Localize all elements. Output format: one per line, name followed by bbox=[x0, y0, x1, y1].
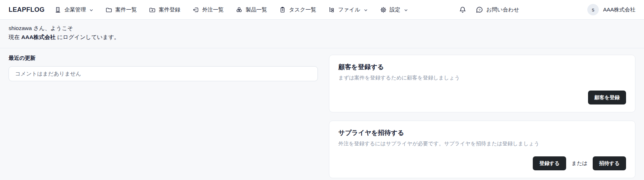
nav-item-task-list[interactable]: タスク一覧 bbox=[279, 6, 316, 13]
recent-updates-empty-state: コメントはまだありません bbox=[9, 66, 318, 81]
svg-text:?: ? bbox=[478, 8, 480, 12]
nav-item-label: 案件一覧 bbox=[115, 6, 137, 13]
company-name: AAA株式会社 bbox=[603, 6, 635, 13]
clipboard-icon bbox=[279, 6, 286, 13]
brand-logo[interactable]: LEAPFLOG bbox=[9, 6, 44, 14]
invite-supplier-button[interactable]: 招待する bbox=[593, 156, 626, 170]
register-supplier-button[interactable]: 登録する bbox=[533, 156, 566, 170]
nav-item-outsourcing-list[interactable]: 外注一覧 bbox=[192, 6, 224, 13]
nav-item-company-management[interactable]: 企業管理 bbox=[55, 6, 93, 13]
main-content: 最近の更新 コメントはまだありません 顧客を登録する まずは案件を登録するために… bbox=[0, 48, 644, 178]
recent-updates-title: 最近の更新 bbox=[9, 55, 318, 62]
avatar: s bbox=[587, 4, 599, 15]
nav-item-label: 外注一覧 bbox=[202, 6, 224, 13]
building-icon bbox=[55, 6, 61, 13]
gear-icon bbox=[380, 6, 387, 13]
nav-item-case-list[interactable]: 案件一覧 bbox=[105, 6, 137, 13]
nav-item-files[interactable]: ファイル bbox=[328, 6, 367, 13]
folder-icon bbox=[105, 6, 112, 13]
nav-item-product-list[interactable]: 製品一覧 bbox=[236, 6, 267, 13]
invite-supplier-card: サプライヤを招待する 外注を登録するにはサプライヤが必要です。サプライヤを招待ま… bbox=[329, 121, 635, 178]
nav-item-label: 企業管理 bbox=[64, 6, 86, 13]
welcome-banner: shiozawa さん、ようこそ 現在 AAA株式会社 にログインしています。 bbox=[0, 20, 644, 48]
nav-item-label: ファイル bbox=[338, 6, 360, 13]
nav-item-label: タスク一覧 bbox=[289, 6, 316, 13]
card-description: まずは案件を登録するために顧客を登録しましょう bbox=[338, 74, 626, 81]
card-title: 顧客を登録する bbox=[338, 63, 626, 71]
card-actions: 顧客を登録 bbox=[338, 91, 626, 104]
folder-return-icon bbox=[192, 6, 199, 13]
recent-updates-section: 最近の更新 コメントはまだありません bbox=[9, 55, 318, 81]
circles-icon bbox=[236, 6, 243, 13]
nav-item-label: 設定 bbox=[390, 6, 400, 13]
folder-plus-icon bbox=[149, 6, 156, 13]
current-company: AAA株式会社 bbox=[21, 34, 56, 40]
nav-item-settings[interactable]: 設定 bbox=[380, 6, 408, 13]
chevron-down-icon bbox=[364, 8, 368, 12]
nav-item-label: 案件登録 bbox=[159, 6, 180, 13]
top-navbar: LEAPFLOG 企業管理 案件一覧 bbox=[0, 0, 644, 20]
main-navigation: 企業管理 案件一覧 案件登録 bbox=[55, 6, 408, 13]
register-customer-card: 顧客を登録する まずは案件を登録するために顧客を登録しましょう 顧客を登録 bbox=[329, 55, 635, 112]
welcome-line2: 現在 AAA株式会社 にログインしています。 bbox=[9, 33, 635, 42]
onboarding-cards: 顧客を登録する まずは案件を登録するために顧客を登録しましょう 顧客を登録 サプ… bbox=[329, 55, 635, 178]
register-customer-button[interactable]: 顧客を登録 bbox=[588, 91, 626, 104]
card-actions: 登録する または 招待する bbox=[338, 156, 626, 170]
card-description: 外注を登録するにはサプライヤが必要です。サプライヤを招待または登録しましょう bbox=[338, 140, 626, 147]
navbar-right: ? お問い合わせ s AAA株式会社 bbox=[459, 4, 635, 15]
tree-icon bbox=[328, 6, 335, 13]
chevron-down-icon bbox=[89, 8, 93, 12]
or-separator: または bbox=[572, 160, 588, 167]
chevron-down-icon bbox=[404, 8, 408, 12]
help-chat-icon: ? bbox=[476, 6, 483, 14]
notification-bell-button[interactable] bbox=[459, 6, 466, 14]
account-menu[interactable]: s AAA株式会社 bbox=[587, 4, 635, 15]
welcome-line1: shiozawa さん、ようこそ bbox=[9, 24, 635, 33]
contact-button[interactable]: ? お問い合わせ bbox=[476, 6, 519, 14]
contact-label: お問い合わせ bbox=[486, 6, 519, 13]
card-title: サプライヤを招待する bbox=[338, 128, 626, 137]
bell-icon bbox=[459, 6, 466, 14]
nav-item-label: 製品一覧 bbox=[245, 6, 267, 13]
nav-item-case-register[interactable]: 案件登録 bbox=[149, 6, 180, 13]
